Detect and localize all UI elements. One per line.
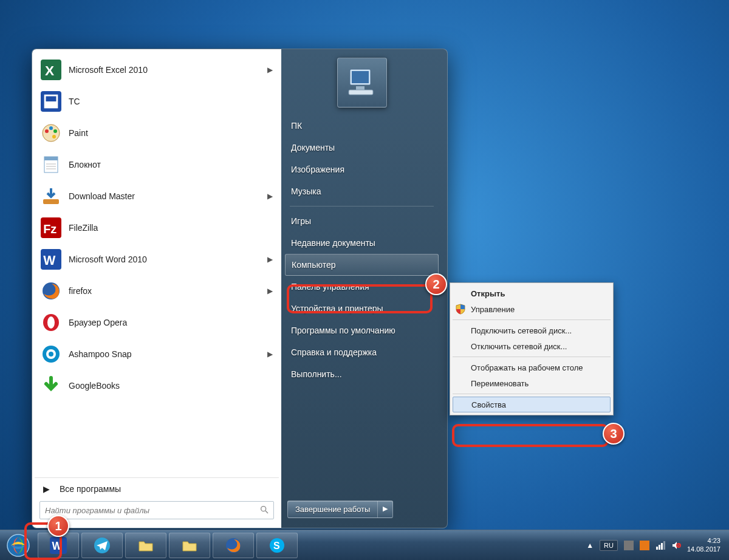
shutdown-options-chevron[interactable]: ▶ <box>377 501 392 517</box>
ctx-unmap-drive[interactable]: Отключить сетевой диск... <box>451 338 612 354</box>
prog-tc[interactable]: TC <box>35 86 279 117</box>
svg-text:W: W <box>52 540 63 552</box>
link-run[interactable]: Выполнить... <box>281 363 442 385</box>
prog-snap[interactable]: Ashampoo Snap ▶ <box>35 338 279 370</box>
badge-2: 2 <box>425 273 447 295</box>
prog-dm[interactable]: Download Master ▶ <box>35 180 279 212</box>
svg-point-6 <box>53 129 57 133</box>
chevron-right-icon: ▶ <box>267 66 273 74</box>
excel-icon: X <box>41 60 61 80</box>
link-games[interactable]: Игры <box>281 210 442 232</box>
prog-label: Блокнот <box>69 160 101 169</box>
search-icon[interactable] <box>259 505 269 517</box>
link-recent[interactable]: Недавние документы <box>281 232 442 254</box>
link-documents[interactable]: Документы <box>281 137 442 159</box>
task-telegram[interactable] <box>81 533 123 558</box>
filezilla-icon: Fz <box>41 217 61 238</box>
firefox-icon <box>41 281 61 301</box>
search-input[interactable] <box>39 501 274 519</box>
start-menu: X Microsoft Excel 2010 ▶ TC Paint Блокно… <box>32 49 448 528</box>
prog-opera[interactable]: Браузер Opera <box>35 307 279 338</box>
svg-rect-37 <box>659 545 660 550</box>
svg-point-5 <box>49 126 53 130</box>
link-pictures[interactable]: Изображения <box>281 159 442 180</box>
ctx-properties[interactable]: Свойства <box>453 397 611 412</box>
svg-rect-27 <box>349 90 373 95</box>
link-pc[interactable]: ПК <box>281 115 442 137</box>
svg-rect-9 <box>44 157 58 160</box>
start-button[interactable] <box>0 530 36 561</box>
badge-3: 3 <box>603 423 625 445</box>
separator <box>453 394 611 394</box>
svg-line-23 <box>265 511 268 513</box>
prog-label: Download Master <box>69 191 135 201</box>
prog-notepad[interactable]: Блокнот <box>35 149 279 180</box>
prog-firefox[interactable]: firefox ▶ <box>35 275 279 307</box>
prog-filezilla[interactable]: Fz FileZilla <box>35 212 279 244</box>
svg-rect-26 <box>356 86 364 90</box>
svg-rect-13 <box>43 199 59 204</box>
chevron-right-icon: ▶ <box>267 192 273 200</box>
prog-word[interactable]: W Microsoft Word 2010 ▶ <box>35 244 279 275</box>
svg-rect-38 <box>661 543 663 550</box>
all-programs[interactable]: ▶ Все программы <box>35 477 279 496</box>
folder-icon <box>137 537 154 554</box>
taskbar: W S ▲ RU 4:23 14.08.2017 <box>0 530 729 560</box>
svg-rect-35 <box>640 541 649 550</box>
task-firefox[interactable] <box>213 533 254 558</box>
word-icon: W <box>41 249 61 270</box>
prog-label: TC <box>69 97 80 106</box>
volume-icon[interactable] <box>671 541 681 550</box>
task-explorer[interactable] <box>125 533 166 558</box>
tray-icon[interactable] <box>640 541 649 550</box>
link-music[interactable]: Музыка <box>281 180 442 202</box>
language-indicator[interactable]: RU <box>600 540 618 551</box>
ctx-show-on-desktop[interactable]: Отображать на рабочем столе <box>451 360 612 375</box>
link-default-programs[interactable]: Программы по умолчанию <box>281 319 442 341</box>
prog-label: Microsoft Word 2010 <box>69 254 147 264</box>
link-devices[interactable]: Устройства и принтеры <box>281 298 442 319</box>
system-tray: ▲ RU 4:23 14.08.2017 <box>578 537 729 553</box>
skype-icon: S <box>269 537 286 554</box>
ctx-manage[interactable]: Управление <box>451 301 612 317</box>
link-help[interactable]: Справка и поддержка <box>281 341 442 363</box>
user-picture[interactable] <box>337 58 387 108</box>
prog-paint[interactable]: Paint <box>35 117 279 149</box>
prog-excel[interactable]: X Microsoft Excel 2010 ▶ <box>35 54 279 86</box>
chevron-right-icon: ▶ <box>267 350 273 358</box>
clock-time: 4:23 <box>687 537 720 545</box>
telegram-icon <box>94 537 111 554</box>
link-control-panel[interactable]: Панель управления <box>281 276 442 298</box>
start-menu-places-pane: ПК Документы Изображения Музыка Игры Нед… <box>281 49 447 528</box>
chevron-right-icon: ▶ <box>267 287 273 295</box>
computer-context-menu: Открыть Управление Подключить сетевой ди… <box>450 282 614 415</box>
tray-icon[interactable] <box>624 541 634 550</box>
network-icon[interactable] <box>655 541 665 550</box>
task-skype[interactable]: S <box>256 533 298 558</box>
ctx-map-drive[interactable]: Подключить сетевой диск... <box>451 323 612 338</box>
prog-label: firefox <box>69 286 92 296</box>
link-computer[interactable]: Компьютер <box>285 254 439 276</box>
ctx-open[interactable]: Открыть <box>451 285 612 301</box>
svg-rect-36 <box>656 547 658 550</box>
shutdown-area: Завершение работы ▶ <box>281 496 442 523</box>
separator <box>453 357 611 357</box>
task-folder[interactable] <box>169 533 210 558</box>
prog-gbooks[interactable]: GoogleBooks <box>35 370 279 401</box>
separator <box>290 206 434 207</box>
save-icon <box>41 91 61 112</box>
taskbar-clock[interactable]: 4:23 14.08.2017 <box>687 537 720 553</box>
word-icon: W <box>50 537 67 554</box>
svg-rect-39 <box>663 541 665 550</box>
shield-icon <box>455 304 466 315</box>
tray-overflow-icon[interactable]: ▲ <box>586 541 594 550</box>
prog-label: Браузер Opera <box>69 318 127 327</box>
start-menu-programs-pane: X Microsoft Excel 2010 ▶ TC Paint Блокно… <box>32 49 281 528</box>
svg-text:W: W <box>43 253 56 268</box>
shutdown-button[interactable]: Завершение работы ▶ <box>287 500 393 518</box>
ctx-rename[interactable]: Переименовать <box>451 375 612 391</box>
svg-text:Fz: Fz <box>43 222 56 236</box>
badge-1: 1 <box>47 515 69 537</box>
svg-point-28 <box>7 534 29 556</box>
prog-label: Paint <box>69 128 88 138</box>
